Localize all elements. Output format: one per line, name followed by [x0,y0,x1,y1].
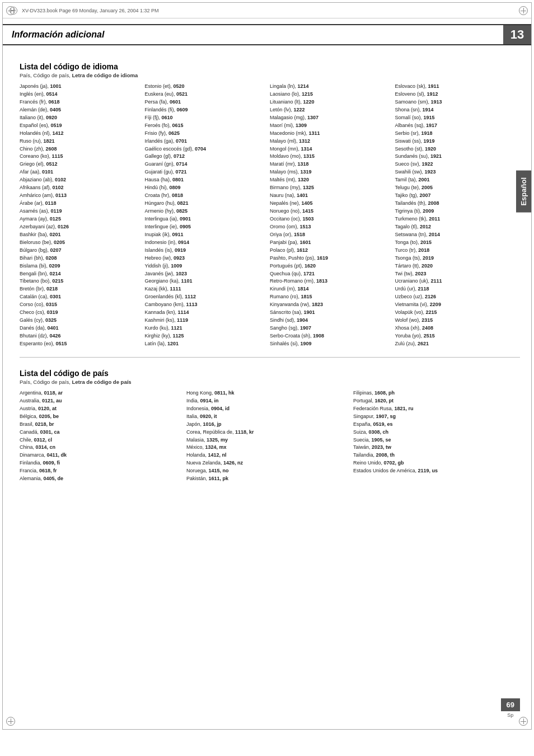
language-code-item: Sindhi (sd), 1904 [270,317,391,325]
country-code-item: Reino Unido, 0702, gb [353,459,516,467]
language-code-item: Retro-Romano (rm), 1813 [270,278,391,285]
language-code-item: Tibetano (bo), 0215 [20,278,140,285]
language-code-item: Kirundi (rn), 1814 [270,285,391,293]
language-code-item: Nepalés (ne), 1405 [270,200,391,208]
language-code-item: Gallego (gl), 0712 [145,153,266,161]
language-code-item: Irlandés (ga), 0701 [145,138,266,145]
language-code-item: Catalán (ca), 0301 [20,293,140,301]
language-code-item: Yoruba (yo), 2515 [395,332,516,340]
country-section: Lista del código de país País, Código de… [20,369,520,483]
country-column-0: Argentina, 0118, arAustralia, 0121, auAu… [20,389,186,483]
language-code-item: Oriya (or), 1518 [270,231,391,239]
language-code-item: Camboyano (km), 1113 [145,301,266,309]
language-code-item: Groenlandés (kl), 1112 [145,293,266,301]
language-code-item: Bhutani (dz), 0426 [20,332,140,340]
country-code-item: Estados Unidos de América, 2119, us [353,467,516,475]
country-code-item: Francia, 0618, fr [20,467,182,475]
language-code-item: Tártaro (tt), 2020 [395,262,516,270]
language-code-item: Tonga (to), 2015 [395,239,516,247]
language-code-item: Bashkir (ba), 0201 [20,231,140,239]
language-code-item: Turkmeno (tk), 2011 [395,215,516,223]
language-code-item: Letón (lv), 1222 [270,106,391,114]
language-code-item: Urdú (ur), 2118 [395,285,516,293]
language-code-item: Somalí (so), 1915 [395,114,516,122]
language-code-item: Bengali (bn), 0214 [20,270,140,278]
language-code-item: Armenio (hy), 0825 [145,208,266,215]
language-code-item: Eslovaco (sk), 1911 [395,83,516,91]
language-code-item: Tsonga (ts), 2019 [395,255,516,262]
language-code-item: Serbo-Croata (sh), 1908 [270,332,391,340]
language-code-item: Maorí (mi), 1309 [270,122,391,130]
language-code-item: Finlandés (fi), 0609 [145,106,266,114]
language-code-item: Guaraní (gn), 0714 [145,161,266,168]
chapter-number: 13 [503,25,531,44]
top-bar-text: XV-DV323.book Page 69 Monday, January 26… [22,8,524,13]
language-section-title: Lista del código de idioma [20,62,520,71]
language-code-item: Esperanto (eo), 0515 [20,340,140,348]
language-code-item: Asamés (as), 0119 [20,208,140,215]
country-code-item: España, 0519, es [353,421,516,429]
language-code-item: Fíji (fj), 0610 [145,114,266,122]
language-code-item: Tigrinya (ti), 2009 [395,208,516,215]
country-subtitle-bold: Letra de código de país [72,379,131,385]
language-code-item: Yiddish (ji), 1009 [145,262,266,270]
language-code-item: Hebreo (iw), 0923 [145,255,266,262]
country-code-item: India, 0914, in [186,397,349,405]
language-code-item: Panjabi (pa), 1601 [270,239,391,247]
language-code-item: Gaélico escocés (gd), 0704 [145,145,266,153]
language-code-item: Macedonio (mk), 1311 [270,130,391,138]
language-code-item: Italiano (it), 0920 [20,114,140,122]
language-code-item: Wolof (wo), 2315 [395,317,516,325]
language-code-item: Coreano (ko), 1115 [20,153,140,161]
language-code-item: Afrikaans (af), 0102 [20,184,140,192]
country-subtitle-prefix: País, Código de país, [20,379,72,385]
language-code-item: Vietnamita (vi), 2209 [395,301,516,309]
language-code-item: Bihari (bh), 0208 [20,255,140,262]
language-code-item: Galés (cy), 0325 [20,317,140,325]
crosshair-icon [10,7,17,15]
language-code-item: Lingala (ln), 1214 [270,83,391,91]
language-code-item: Occitano (oc), 1503 [270,215,391,223]
country-code-item: Austria, 0120, at [20,405,182,413]
language-code-item: Kurdo (ku), 1121 [145,325,266,332]
country-section-subtitle: País, Código de país, Letra de código de… [20,379,520,385]
corner-mark-br [519,717,528,726]
language-code-item: Volapük (vo), 2215 [395,309,516,317]
language-code-item: Árabe (ar), 0118 [20,200,140,208]
country-code-item: Finlandia, 0609, fi [20,459,182,467]
language-code-item: Danés (da), 0401 [20,325,140,332]
country-code-item: Argentina, 0118, ar [20,389,182,397]
country-code-item: Australia, 0121, au [20,397,182,405]
country-code-item: Tailandia, 2008, th [353,452,516,459]
country-code-item: Federación Rusa, 1821, ru [353,405,516,413]
language-code-item: Mongol (mn), 1314 [270,145,391,153]
language-code-item: Ruso (ru), 1821 [20,138,140,145]
language-code-item: Noruego (no), 1415 [270,208,391,215]
language-code-item: Turco (tr), 2018 [395,247,516,255]
country-code-item: Indonesia, 0904, id [186,405,349,413]
language-column-3: Eslovaco (sk), 1911Esloveno (sl), 1912Sa… [395,83,521,348]
language-code-item: Inglés (en), 0514 [20,91,140,98]
language-code-item: Twi (tw), 2023 [395,270,516,278]
country-code-item: Malasia, 1325, my [186,436,349,444]
language-code-item: Esloveno (sl), 1912 [395,91,516,98]
language-code-item: Sánscrito (sa), 1901 [270,309,391,317]
language-code-item: Rumano (ro), 1815 [270,293,391,301]
language-code-item: Aymara (ay), 0125 [20,215,140,223]
language-code-item: Moldavo (mo), 1315 [270,153,391,161]
country-code-item: Suiza, 0308, ch [353,429,516,436]
language-code-item: Setswana (tn), 2014 [395,231,516,239]
language-code-item: Griego (el), 0512 [20,161,140,168]
country-code-item: Corea, República de, 1118, kr [186,429,349,436]
language-code-item: Serbio (sr), 1918 [395,130,516,138]
country-column-1: Hong Kong, 0811, hkIndia, 0914, inIndone… [186,389,353,483]
language-code-item: Maltés (mt), 1320 [270,176,391,184]
chapter-header: Información adicional 13 [3,24,531,45]
language-code-item: Shona (sn), 1914 [395,106,516,114]
language-code-item: Hausa (ha), 0801 [145,176,266,184]
language-code-item: Uzbeco (uz), 2126 [395,293,516,301]
language-code-item: Checo (cs), 0319 [20,309,140,317]
country-section-title: Lista del código de país [20,369,520,378]
language-code-item: Euskera (eu), 0521 [145,91,266,98]
language-code-item: Tajiko (tg), 2007 [395,192,516,200]
